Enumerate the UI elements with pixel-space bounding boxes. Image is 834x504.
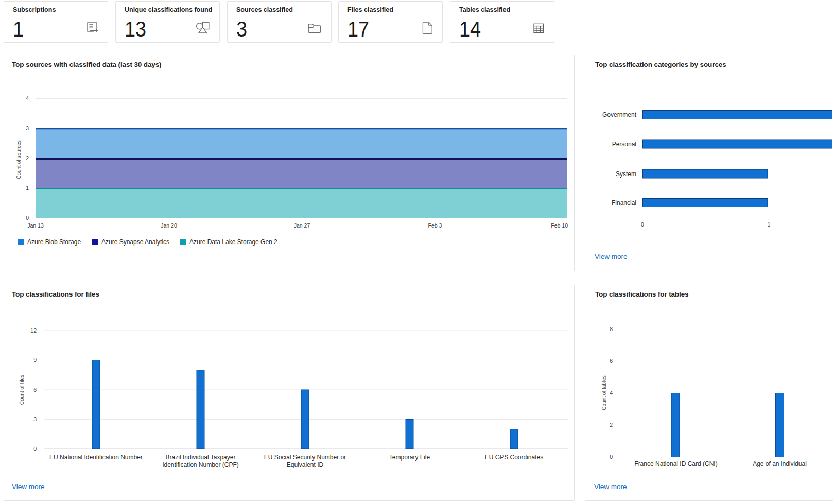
svg-text:3: 3 [26,125,29,131]
svg-text:Jan 20: Jan 20 [161,222,177,229]
svg-text:6: 6 [33,387,37,393]
svg-text:Count of files: Count of files [19,375,25,405]
svg-text:Government: Government [602,111,637,118]
svg-text:3: 3 [33,416,37,422]
svg-text:0: 0 [26,215,29,221]
svg-text:France National ID Card (CNI): France National ID Card (CNI) [634,460,717,467]
svg-text:Azure Data Lake Storage Gen 2: Azure Data Lake Storage Gen 2 [189,238,277,246]
svg-text:EU GPS Coordinates: EU GPS Coordinates [485,454,543,461]
svg-text:Temporary File: Temporary File [389,454,430,461]
svg-text:0: 0 [33,446,37,452]
svg-text:Identification Number (CPF): Identification Number (CPF) [162,461,239,468]
svg-text:6: 6 [610,358,613,364]
svg-text:Age of an individual: Age of an individual [753,460,807,467]
svg-text:2: 2 [610,422,613,428]
svg-text:Feb 10: Feb 10 [551,222,568,229]
svg-text:Financial: Financial [612,199,636,206]
svg-text:8: 8 [610,326,613,332]
svg-text:0: 0 [641,221,644,228]
svg-text:12: 12 [30,327,37,334]
svg-text:Personal: Personal [612,141,636,148]
svg-text:Count of tables: Count of tables [601,375,607,410]
svg-text:Count of sources: Count of sources [16,140,22,179]
svg-text:Azure Blob Storage: Azure Blob Storage [27,238,81,246]
svg-text:4: 4 [26,95,29,101]
svg-text:9: 9 [33,357,37,363]
svg-text:1: 1 [768,221,771,228]
svg-text:0: 0 [610,454,613,460]
svg-text:Jan 13: Jan 13 [27,222,44,229]
svg-text:2: 2 [26,155,29,161]
svg-text:Brazil Individual Taxpayer: Brazil Individual Taxpayer [166,454,236,461]
svg-text:EU Social Security Number or: EU Social Security Number or [264,454,346,461]
svg-text:Feb 3: Feb 3 [428,222,442,229]
svg-text:4: 4 [610,390,613,396]
svg-text:Jan 27: Jan 27 [294,222,310,229]
svg-text:System: System [616,170,636,178]
svg-text:EU National Identification Num: EU National Identification Number [49,454,143,461]
svg-text:Equivalent ID: Equivalent ID [287,461,324,468]
svg-text:1: 1 [26,185,29,191]
svg-text:Azure Synapse Analytics: Azure Synapse Analytics [101,238,169,246]
